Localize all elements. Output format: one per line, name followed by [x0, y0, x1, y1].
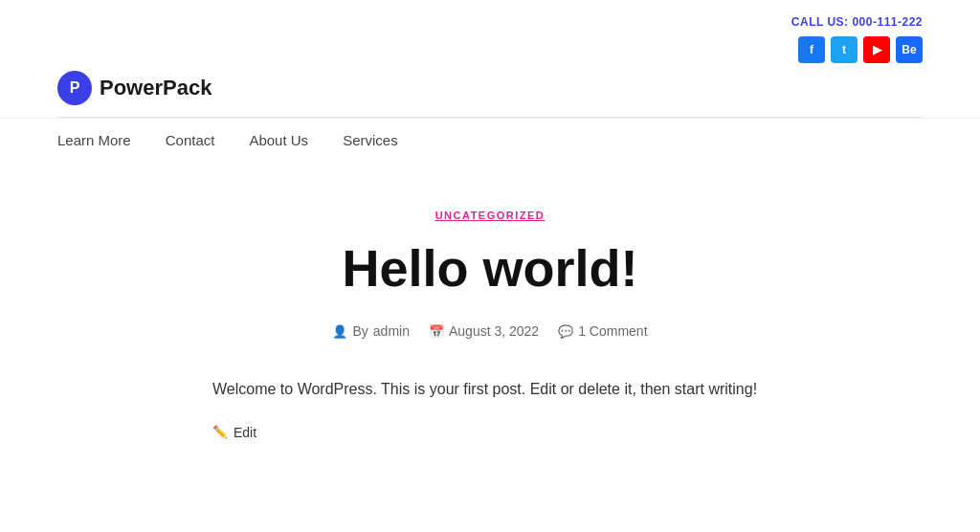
call-us-text: CALL US: 000-111-222 [791, 15, 923, 29]
header-logo: P PowerPack [0, 71, 980, 105]
logo-text[interactable]: PowerPack [100, 76, 212, 100]
nav-item-learn-more[interactable]: Learn More [57, 132, 131, 148]
calendar-icon: 📅 [429, 324, 444, 339]
youtube-icon[interactable]: ▶ [863, 36, 890, 63]
social-icons-container: f t ▶ Be [798, 36, 923, 63]
edit-link[interactable]: ✏️ Edit [212, 425, 768, 440]
post-comment-count[interactable]: 1 Comment [578, 323, 647, 339]
post-author-meta: 👤 By admin [332, 323, 409, 339]
twitter-icon[interactable]: t [831, 36, 858, 63]
main-nav: Learn More Contact About Us Services [0, 118, 980, 162]
post-title: Hello world! [343, 240, 638, 297]
author-icon: 👤 [332, 324, 347, 339]
post-category[interactable]: UNCATEGORIZED [435, 210, 546, 221]
post-body-text: Welcome to WordPress. This is your first… [212, 381, 757, 397]
post-author-prefix: By [352, 323, 368, 339]
post-comments-meta: 💬 1 Comment [558, 323, 647, 339]
post-date: August 3, 2022 [449, 323, 539, 339]
post-author[interactable]: admin [373, 323, 410, 339]
header-top-right: CALL US: 000-111-222 f t ▶ Be [791, 15, 923, 63]
main-content: UNCATEGORIZED Hello world! 👤 By admin 📅 … [0, 162, 980, 478]
facebook-icon[interactable]: f [798, 36, 825, 63]
nav-item-services[interactable]: Services [343, 132, 398, 148]
nav-item-contact[interactable]: Contact [166, 132, 215, 148]
logo-icon[interactable]: P [57, 71, 92, 105]
header-top: CALL US: 000-111-222 f t ▶ Be [0, 0, 980, 71]
nav-item-about-us[interactable]: About Us [249, 132, 308, 148]
behance-icon[interactable]: Be [896, 36, 923, 63]
edit-icon: ✏️ [212, 425, 228, 439]
post-meta: 👤 By admin 📅 August 3, 2022 💬 1 Comment [332, 323, 647, 339]
edit-label: Edit [234, 425, 256, 440]
post-body: Welcome to WordPress. This is your first… [212, 377, 768, 402]
comment-icon: 💬 [558, 324, 573, 339]
post-date-meta: 📅 August 3, 2022 [429, 323, 539, 339]
